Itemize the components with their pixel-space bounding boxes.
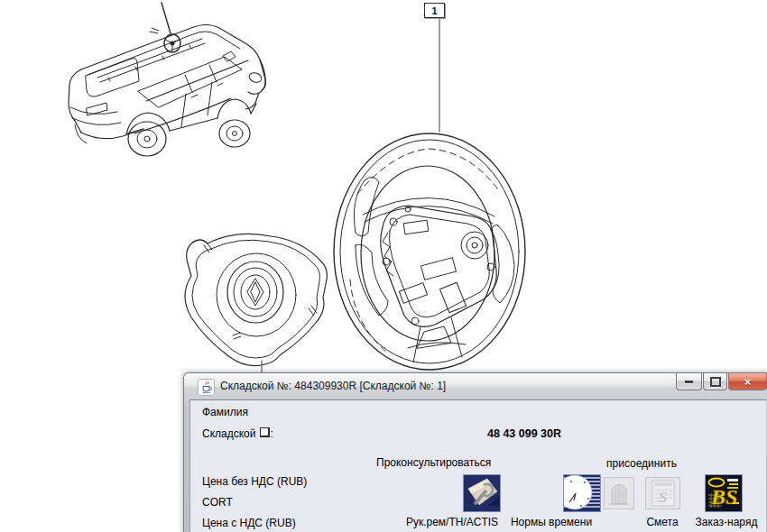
price-no-vat-label: Цена без НДС (RUB) xyxy=(202,475,307,488)
small-square-icon xyxy=(260,427,270,437)
airbag-module-illustration xyxy=(185,234,327,373)
surname-label: Фамилия xyxy=(202,406,248,418)
screen: { "callout": { "number": "1" }, "dialog"… xyxy=(0,0,767,532)
svg-text:BS: BS xyxy=(710,485,737,509)
close-icon[interactable]: × xyxy=(728,373,767,390)
consult-section-header: Проконсультироваться xyxy=(376,456,491,469)
dialog-title: Складской №: 484309930R [Складской №: 1] xyxy=(220,380,446,392)
steering-wheel-illustration xyxy=(334,133,525,370)
renault-diamond-logo xyxy=(247,279,263,306)
java-coffee-cup-icon xyxy=(198,379,215,396)
svg-text:S: S xyxy=(659,489,667,506)
time-standards-icon[interactable] xyxy=(563,474,601,512)
cort-label: CORT xyxy=(202,496,233,509)
work-order-label: Заказ-наряд xyxy=(672,516,767,528)
car-illustration xyxy=(69,3,266,156)
dialog-titlebar[interactable]: Складской №: 484309930R [Складской №: 1]… xyxy=(184,373,767,399)
dialog-body: Фамилия Складской: 48 43 099 30R Проконс… xyxy=(189,399,766,532)
repair-manual-icon[interactable] xyxy=(463,474,501,512)
callout-1-number: 1 xyxy=(431,5,437,16)
time-standards-label: Нормы времени xyxy=(493,516,610,528)
part-number-value: 48 43 099 30R xyxy=(487,427,561,440)
attach-section-header: присоединить xyxy=(606,457,677,470)
maximize-icon[interactable] xyxy=(703,373,727,390)
minimize-icon[interactable] xyxy=(676,373,702,390)
part-info-dialog: Складской №: 484309930R [Складской №: 1]… xyxy=(183,372,767,532)
estimate-icon[interactable]: S xyxy=(645,477,680,509)
price-with-vat-label: Цена с НДС (RUB) xyxy=(202,517,296,529)
stock-number-label: Складской: xyxy=(202,427,273,440)
work-order-icon[interactable]: BS xyxy=(705,474,743,512)
attach-document-icon[interactable] xyxy=(604,477,634,509)
callout-1-box: 1 xyxy=(424,3,445,18)
